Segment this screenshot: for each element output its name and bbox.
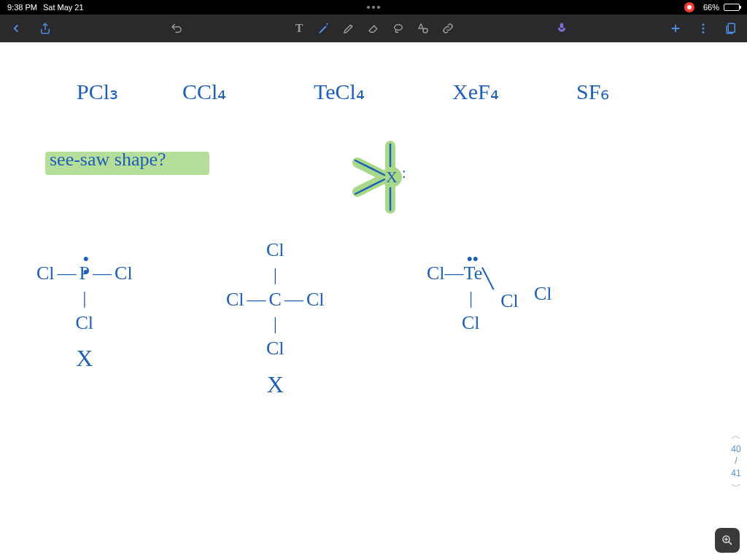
seesaw-diagram: X : — [347, 137, 434, 217]
formula-sf6: SF₆ — [576, 79, 609, 104]
svg-text:X: X — [386, 168, 398, 186]
status-left: 9:38 PM Sat May 21 — [7, 3, 84, 12]
formula-xef4: XeF₄ — [452, 79, 499, 104]
shape-tool[interactable] — [416, 21, 430, 36]
lewis-tecl4: Cl — ● ● Te ╲ | Cl Cl — [427, 261, 519, 335]
page-indicator: ︿ 40 / 41 ﹀ — [731, 429, 741, 494]
microphone-button[interactable] — [554, 21, 569, 36]
clock: 9:38 PM — [7, 3, 37, 12]
svg-point-1 — [703, 23, 705, 26]
zoom-button[interactable] — [715, 528, 740, 553]
page-total: 41 — [731, 468, 740, 478]
text-tool[interactable]: T — [292, 21, 306, 36]
battery-percent: 66% — [703, 3, 719, 12]
formula-tecl4: TeCl₄ — [314, 79, 365, 104]
svg-point-3 — [703, 31, 705, 34]
more-button[interactable] — [696, 21, 711, 36]
battery-icon — [724, 4, 740, 11]
page-up-button[interactable]: ︿ — [731, 429, 741, 443]
highlighter-tool[interactable] — [341, 21, 356, 36]
screen-record-icon[interactable] — [684, 2, 694, 12]
lewis-pcl3: Cl — ● ● P — Cl | Cl X — [36, 261, 133, 374]
status-bar: 9:38 PM Sat May 21 66% — [0, 0, 747, 15]
page-current: 40 — [731, 444, 740, 454]
tecl4-cl4: Cl — [534, 283, 552, 305]
svg-point-0 — [395, 25, 403, 31]
lewis-ccl4: Cl | Cl — C — Cl | Cl X — [226, 238, 325, 400]
page-down-button[interactable]: ﹀ — [731, 480, 741, 494]
formula-ccl4: CCl₄ — [182, 79, 226, 104]
add-button[interactable] — [668, 21, 683, 36]
svg-text::: : — [402, 165, 406, 181]
pen-tool[interactable] — [317, 21, 331, 36]
share-button[interactable] — [38, 21, 53, 36]
pages-button[interactable] — [724, 21, 738, 36]
date: Sat May 21 — [43, 3, 84, 12]
formula-pcl3: PCl₃ — [77, 79, 118, 104]
app-toolbar: T — [0, 15, 747, 42]
link-tool[interactable] — [441, 21, 455, 36]
back-button[interactable] — [9, 21, 23, 36]
svg-rect-4 — [728, 23, 735, 32]
status-right: 66% — [684, 2, 740, 12]
svg-point-2 — [703, 28, 705, 30]
eraser-tool[interactable] — [366, 21, 381, 36]
multitask-dots[interactable] — [367, 6, 380, 9]
lasso-tool[interactable] — [391, 21, 406, 36]
undo-button[interactable] — [169, 21, 184, 36]
note-canvas[interactable]: PCl₃ CCl₄ TeCl₄ XeF₄ SF₆ see-saw shape? … — [0, 42, 747, 560]
question-text: see-saw shape? — [50, 149, 166, 171]
page-separator: / — [735, 456, 737, 466]
